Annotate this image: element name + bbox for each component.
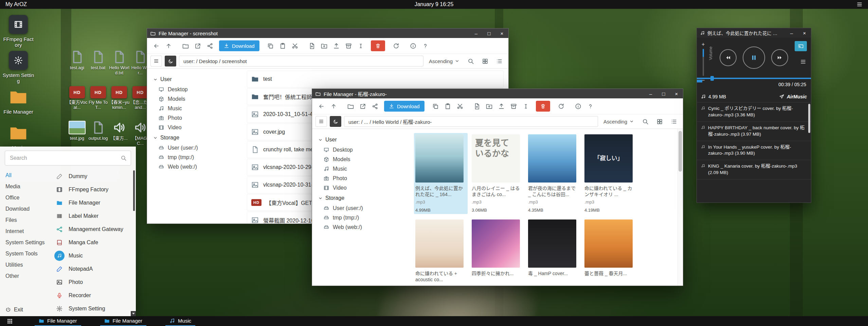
download-button[interactable]: Download: [219, 40, 259, 51]
list-view-button[interactable]: [668, 116, 680, 127]
sidebar-item-tmp-drive[interactable]: tmp (tmp:/): [153, 153, 245, 162]
sidebar-section-user[interactable]: User: [153, 76, 245, 82]
sidebar-item-video[interactable]: Video: [318, 183, 410, 193]
sidebar-section-storage[interactable]: Storage: [318, 195, 410, 201]
up-button[interactable]: [328, 101, 339, 112]
player-menu-button[interactable]: [800, 59, 806, 66]
category-all[interactable]: All: [0, 170, 52, 181]
refresh-button[interactable]: [556, 101, 567, 112]
category-internet[interactable]: Internet: [0, 226, 52, 237]
scroll-down-button[interactable]: [131, 311, 136, 316]
help-button[interactable]: [585, 101, 596, 112]
file-row-test[interactable]: test: [247, 71, 504, 88]
app-item-photo[interactable]: Photo: [52, 275, 136, 289]
window-scrollbar[interactable]: [677, 129, 683, 286]
app-item-management-gateway[interactable]: Management Gateway: [52, 223, 136, 236]
sidebar-section-user[interactable]: User: [318, 137, 410, 143]
file-tile[interactable]: 命に嫌われている + acoustic co... 1.69MB: [414, 218, 468, 286]
app-item-music[interactable]: Music: [52, 249, 136, 262]
app-item-dummy[interactable]: Dummy: [52, 170, 136, 183]
playlist-scrollbar[interactable]: [808, 104, 810, 133]
list-menu-button[interactable]: [150, 56, 162, 66]
desktop-icon-file-manager[interactable]: File Manager: [2, 88, 35, 115]
open-external-button[interactable]: [357, 101, 368, 112]
category-system-tools[interactable]: System Tools: [0, 248, 52, 259]
new-file-button[interactable]: [306, 40, 318, 51]
app-item-recorder[interactable]: Recorder: [52, 289, 136, 302]
refresh-button[interactable]: [391, 40, 402, 51]
file-tile[interactable]: 「寂しい」 命に嫌われている _ カンザキイオリ ... .mp3 4.19MB: [583, 133, 637, 214]
close-button[interactable]: ×: [670, 89, 683, 98]
back-button[interactable]: [150, 40, 162, 51]
file-tile[interactable]: 君が夜の海に還るまで _ こんにちは谷田... .mp3 4.35MB: [527, 133, 580, 214]
app-item-manga-cafe[interactable]: Manga Cafe: [52, 236, 136, 249]
category-system-settings[interactable]: System Settings: [0, 237, 52, 248]
desktop-file-hello-world-txt[interactable]: Hello World.txt: [109, 50, 130, 76]
list-menu-button[interactable]: [315, 116, 327, 127]
category-office[interactable]: Office: [0, 192, 52, 203]
playlist-item[interactable]: KING _ Kanaria cover. by 柘榴-zakuro-.mp3 …: [697, 160, 811, 179]
sidebar-item-user-drive[interactable]: User (user:/): [318, 204, 410, 213]
exit-button[interactable]: Exit: [5, 307, 23, 313]
app-item-system-setting[interactable]: System Setting: [52, 302, 136, 315]
theme-toggle-button[interactable]: [330, 116, 341, 127]
copy-button[interactable]: [430, 101, 441, 112]
title-bar[interactable]: 例えば、今此処に置かれた花に _ 164 c... – ×: [697, 28, 811, 38]
minimize-button[interactable]: –: [470, 28, 483, 38]
breadcrumb[interactable]: user: / ... / Hello World / 柘榴-zakuro-: [344, 116, 598, 127]
desktop-icon-system-setting[interactable]: System Setting: [2, 51, 35, 84]
grid-view-button[interactable]: [479, 56, 491, 66]
search-button[interactable]: [465, 56, 476, 66]
cut-button[interactable]: [454, 101, 466, 112]
category-media[interactable]: Media: [0, 181, 52, 192]
desktop-file-test-jpg[interactable]: test.jpg: [67, 121, 88, 141]
close-button[interactable]: ×: [495, 28, 508, 38]
maximize-button[interactable]: □: [657, 89, 670, 98]
desktop-file-output-log[interactable]: output.log: [88, 121, 109, 141]
desktop-file-video-2[interactable]: HD Fly Me To T...: [88, 86, 109, 110]
delete-button[interactable]: [536, 101, 550, 112]
share-button[interactable]: [369, 101, 381, 112]
volume-control[interactable]: + −: [702, 42, 705, 83]
minimize-button[interactable]: –: [785, 28, 798, 38]
previous-track-button[interactable]: [720, 49, 737, 66]
category-other[interactable]: Other: [0, 270, 52, 282]
info-button[interactable]: [573, 101, 584, 112]
desktop-file-test-agi[interactable]: test.agi: [67, 50, 88, 71]
app-item-label-maker[interactable]: Label Maker: [52, 209, 136, 223]
sidebar-item-photo[interactable]: Photo: [318, 174, 410, 183]
sidebar-item-desktop[interactable]: Desktop: [318, 145, 410, 155]
sidebar-item-music[interactable]: Music: [153, 104, 245, 113]
volume-up-button[interactable]: +: [702, 42, 705, 47]
theme-toggle-button[interactable]: [165, 56, 176, 66]
app-drawer-button[interactable]: [4, 316, 16, 326]
task-file-manager-2[interactable]: File Manager: [100, 316, 147, 326]
playlist-item[interactable]: HAPPY BIRTHDAY _ back number cover. by 柘…: [697, 122, 811, 141]
file-tile-selected[interactable]: 例えば、今此処に置かれた花に _ 164... .mp3 4.99MB: [414, 133, 468, 214]
sort-dropdown[interactable]: Ascending: [429, 58, 459, 64]
cut-button[interactable]: [289, 40, 301, 51]
topbar-menu-button[interactable]: [856, 1, 868, 7]
delete-button[interactable]: [371, 40, 385, 51]
new-folder-button[interactable]: [319, 40, 330, 51]
scrollbar-thumb[interactable]: [679, 131, 682, 172]
paste-button[interactable]: [442, 101, 454, 112]
sidebar-item-models[interactable]: Models: [153, 94, 245, 104]
file-tile[interactable]: 毒 _ HamP cover...: [527, 218, 580, 286]
open-button[interactable]: [180, 40, 191, 51]
task-file-manager-1[interactable]: File Manager: [35, 316, 81, 326]
task-music[interactable]: Music: [165, 316, 195, 326]
sidebar-item-tmp-drive[interactable]: tmp (tmp:/): [318, 213, 410, 223]
paste-button[interactable]: [277, 40, 289, 51]
help-button[interactable]: [420, 40, 431, 51]
sidebar-section-storage[interactable]: Storage: [153, 135, 245, 141]
copy-button[interactable]: [265, 40, 276, 51]
search-button[interactable]: [639, 116, 651, 127]
category-files[interactable]: Files: [0, 214, 52, 226]
sidebar-item-models[interactable]: Models: [318, 155, 410, 164]
sidebar-item-web-drive[interactable]: Web (web:/): [318, 223, 410, 232]
share-button[interactable]: [204, 40, 216, 51]
new-file-button[interactable]: [471, 101, 483, 112]
download-button[interactable]: Download: [384, 101, 424, 112]
category-download[interactable]: Download: [0, 203, 52, 214]
